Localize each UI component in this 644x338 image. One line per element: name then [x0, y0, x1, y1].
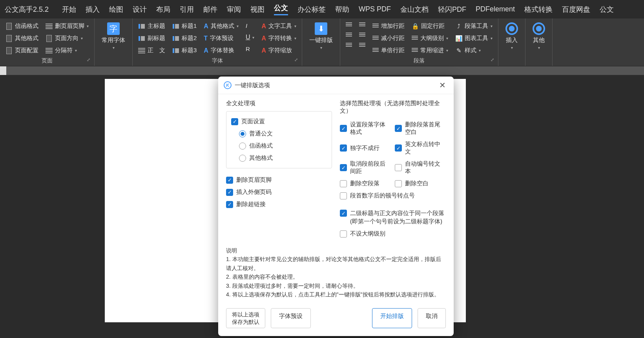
menu-mail[interactable]: 邮件	[203, 5, 217, 14]
red-a-icon: A	[261, 47, 266, 54]
btn-letter-format[interactable]: 信函格式	[3, 21, 41, 31]
btn-para-tools[interactable]: ⤴段落工具▾	[453, 21, 495, 31]
menu-help[interactable]: 帮助	[335, 5, 349, 14]
btn-start-layout[interactable]: 开始排版	[372, 308, 412, 328]
btn-align-3[interactable]	[343, 41, 354, 50]
chk-auto-num-text[interactable]: 自动编号转文本	[395, 158, 446, 177]
menu-pdfelement[interactable]: PDFelement	[476, 5, 515, 13]
chk-del-empty-para[interactable]: 删除空段落	[340, 177, 391, 190]
menu-baidu[interactable]: 百度网盘	[562, 5, 590, 14]
chk-para-num-dot[interactable]: 段首数字后的顿号转点号	[340, 190, 446, 202]
chk-del-para-whitespace[interactable]: ✓删除段落首尾空白	[395, 119, 446, 138]
range-section-title: 选择范围处理项（无选择范围时处理全文）	[340, 100, 446, 115]
btn-fixed-spacing[interactable]: 🔒固定行距	[409, 21, 451, 31]
menu-draw[interactable]: 绘图	[109, 5, 123, 14]
checkbox-icon	[340, 230, 347, 238]
btn-cancel[interactable]: 取消	[418, 308, 446, 328]
btn-separator[interactable]: 分隔符▾	[43, 45, 91, 56]
red-a-icon: A	[261, 23, 266, 30]
btn-font-preset[interactable]: T字体预设	[201, 33, 241, 44]
btn-text-tools[interactable]: A文字工具▾	[259, 21, 299, 31]
checkbox-icon: ✓	[340, 125, 347, 132]
menu-gongwen-2[interactable]: 公文	[600, 5, 614, 14]
menu-review[interactable]: 审阅	[227, 5, 241, 14]
btn-char-shrink[interactable]: A字符缩放	[259, 45, 299, 56]
btn-align-2[interactable]	[343, 31, 354, 40]
btn-font-replace[interactable]: A字体替换	[201, 45, 241, 56]
menu-layout[interactable]: 布局	[156, 5, 170, 14]
btn-h2[interactable]: 标题2	[170, 33, 199, 44]
menu-wps-pdf[interactable]: WPS PDF	[359, 5, 391, 13]
btn-h3[interactable]: 标题3	[170, 45, 199, 56]
btn-main-title[interactable]: 主标题	[136, 21, 168, 31]
btn-r[interactable]: R	[243, 44, 257, 54]
menu-lightpdf[interactable]: 轻闪PDF	[438, 5, 466, 14]
btn-char-convert[interactable]: A字符转换▾	[259, 33, 299, 44]
chk-del-header-footer[interactable]: ✓删除页眉页脚	[226, 174, 332, 186]
radio-normal-doc[interactable]: 普通公文	[231, 128, 327, 140]
btn-other-format[interactable]: 其他格式	[3, 33, 41, 44]
btn-italic[interactable]: I	[243, 21, 257, 31]
btn-outline-level[interactable]: 大纲级别▾	[409, 33, 451, 44]
radio-icon	[239, 155, 246, 162]
menu-office-tabs[interactable]: 办公标签	[297, 5, 326, 14]
chk-insert-page-num[interactable]: ✓插入外侧页码	[226, 186, 332, 198]
btn-align-5[interactable]	[357, 31, 368, 40]
btn-h1[interactable]: 标题1	[170, 21, 199, 31]
group-label-page: 页面	[42, 57, 53, 64]
checkbox-icon	[395, 164, 402, 171]
checkbox-icon: ✓	[340, 144, 347, 152]
btn-single-spacing[interactable]: 单倍行距	[370, 45, 407, 56]
menu-gongwen[interactable]: 公文	[274, 3, 288, 15]
btn-inc-spacing[interactable]: 增加行距	[370, 21, 407, 31]
chk-set-para-font[interactable]: ✓设置段落字体格式	[340, 119, 391, 138]
btn-del-header-footer[interactable]: 删页眉页脚▾	[43, 21, 91, 31]
menu-kingsoft[interactable]: 金山文档	[400, 5, 429, 14]
font-launcher-icon[interactable]: ⤢	[294, 57, 298, 62]
btn-chart-tools[interactable]: 📊图表工具▾	[453, 33, 495, 44]
btn-page-orient[interactable]: 页面方向▾	[43, 33, 91, 44]
chk-en-punct-cn[interactable]: ✓英文标点转中文	[395, 138, 446, 158]
chk-no-outline[interactable]: 不设大纲级别	[340, 228, 446, 240]
layout-icon: ⬇	[315, 22, 327, 35]
chk-page-setup[interactable]: ✓页面设置	[231, 115, 327, 128]
btn-style[interactable]: ✎样式▾	[453, 45, 495, 56]
a-icon: T	[204, 35, 208, 42]
btn-font-other-format[interactable]: A其他格式▾	[201, 21, 241, 31]
btn-save-default[interactable]: 将以上选项 保存为默认	[226, 308, 265, 328]
ribbon: 信函格式 其他格式 页面配置 删页眉页脚▾ 页面方向▾ 分隔符▾ 页面⤢ 字 常…	[0, 18, 644, 66]
btn-align-6[interactable]	[357, 41, 368, 50]
btn-sub-title[interactable]: 副标题	[136, 33, 168, 44]
chk-second-title[interactable]: ✓二级标题与正文内容位于同一个段落 (即第一个句号前设为二级标题字体)	[340, 206, 446, 228]
menu-design[interactable]: 设计	[133, 5, 147, 14]
close-icon[interactable]: ✕	[437, 80, 448, 90]
btn-common-font[interactable]: 字 常用字体▾	[98, 21, 129, 51]
chk-del-hyperlink[interactable]: ✓删除超链接	[226, 198, 332, 210]
radio-letter-format[interactable]: 信函格式	[231, 140, 327, 152]
menu-view[interactable]: 视图	[250, 5, 265, 14]
btn-underline[interactable]: U▾	[243, 32, 257, 42]
chk-del-whitespace[interactable]: 删除空白	[395, 177, 446, 190]
btn-align-1[interactable]	[343, 21, 354, 29]
para-launcher-icon[interactable]: ⤢	[491, 57, 494, 62]
menu-format-convert[interactable]: 格式转换	[524, 5, 553, 14]
menu-ref[interactable]: 引用	[180, 5, 194, 14]
btn-insert-large[interactable]: 插入▾	[502, 21, 522, 51]
page-launcher-icon[interactable]: ⤢	[87, 57, 90, 62]
red-a-icon: A	[261, 35, 266, 42]
chk-cancel-para-spacing[interactable]: ✓取消段前段后间距	[340, 158, 391, 177]
btn-dec-spacing[interactable]: 减小行距	[370, 33, 407, 44]
menu-start[interactable]: 开始	[62, 5, 76, 14]
btn-font-preset-dlg[interactable]: 字体预设	[271, 308, 311, 328]
btn-other-large[interactable]: 其他▾	[529, 21, 549, 51]
btn-page-config[interactable]: 页面配置	[3, 45, 41, 56]
btn-one-key-layout[interactable]: ⬇ 一键排版▾	[305, 21, 337, 51]
circle-icon	[505, 22, 518, 35]
menu-insert[interactable]: 插入	[86, 5, 100, 14]
radio-other-format[interactable]: 其他格式	[231, 152, 327, 164]
btn-common-indent[interactable]: 常用缩进▾	[409, 45, 451, 56]
btn-body[interactable]: 正 文	[136, 45, 168, 56]
btn-align-4[interactable]	[357, 21, 368, 29]
chk-single-char[interactable]: ✓独字不成行	[340, 138, 391, 158]
dialog-description: 说明 1. 本功能主要针对常见公文的辅助排版，对论文等其他格式公文不一定完全适用…	[218, 244, 454, 304]
